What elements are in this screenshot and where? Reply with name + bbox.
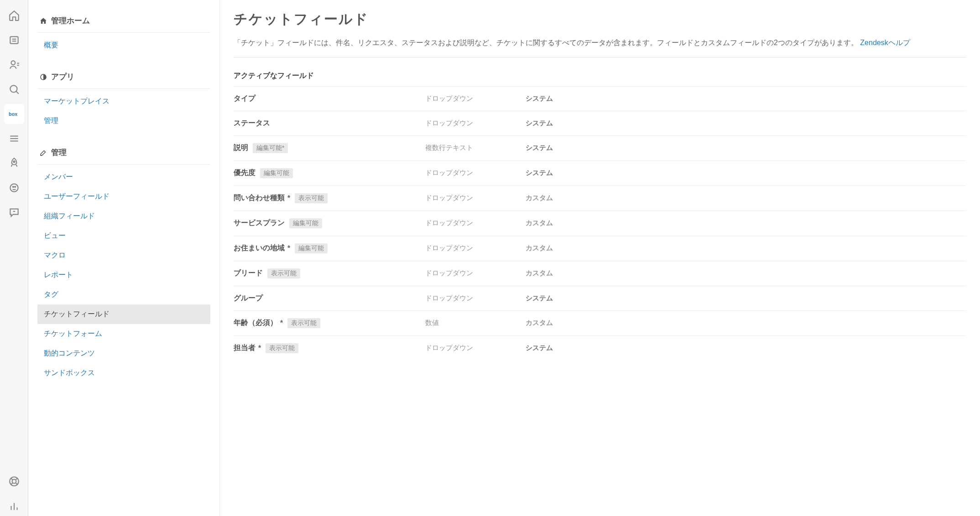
- apps-header[interactable]: アプリ: [37, 65, 210, 89]
- nav-manage-item[interactable]: レポート: [37, 265, 210, 285]
- chat-icon[interactable]: [4, 202, 24, 222]
- field-type-cell: ドロップダウン: [425, 169, 526, 177]
- svg-rect-0: [10, 36, 18, 43]
- field-source-cell: システム: [526, 294, 966, 303]
- nav-apps-item[interactable]: マーケットプレイス: [37, 92, 210, 111]
- field-type-cell: ドロップダウン: [425, 194, 526, 202]
- field-type-cell: ドロップダウン: [425, 219, 526, 227]
- help-link[interactable]: Zendeskヘルプ: [860, 39, 910, 46]
- nav-manage-item[interactable]: チケットフィールド: [37, 304, 210, 324]
- nav-manage-item[interactable]: 組織フィールド: [37, 206, 210, 226]
- field-name-label: タイプ: [234, 94, 255, 103]
- nav-apps-item[interactable]: 管理: [37, 111, 210, 131]
- svg-text:box: box: [9, 111, 17, 117]
- manage-nav-list: メンバーユーザーフィールド組織フィールドビューマクロレポートタグチケットフィール…: [37, 165, 210, 393]
- field-type-cell: ドロップダウン: [425, 94, 526, 103]
- field-name-label: グループ: [234, 294, 263, 303]
- field-row[interactable]: グループドロップダウンシステム: [234, 286, 966, 310]
- field-source-cell: システム: [526, 119, 966, 128]
- nav-manage-item[interactable]: 動的コンテンツ: [37, 344, 210, 363]
- field-name-label: 説明: [234, 143, 248, 153]
- field-row[interactable]: 説明編集可能*複数行テキストシステム: [234, 135, 966, 160]
- field-row[interactable]: ステータスドロップダウンシステム: [234, 111, 966, 135]
- field-source-cell: システム: [526, 94, 966, 103]
- field-row[interactable]: 問い合わせ種類 * 表示可能ドロップダウンカスタム: [234, 186, 966, 211]
- field-name-label: 問い合わせ種類: [234, 193, 285, 203]
- nav-manage-item[interactable]: サンドボックス: [37, 363, 210, 383]
- box-app-icon[interactable]: box: [4, 104, 24, 124]
- field-row[interactable]: お住まいの地域 * 編集可能ドロップダウンカスタム: [234, 236, 966, 261]
- field-type-cell: ドロップダウン: [425, 294, 526, 303]
- apps-nav-list: マーケットプレイス管理: [37, 89, 210, 141]
- nav-manage-item[interactable]: チケットフォーム: [37, 324, 210, 344]
- views-icon[interactable]: [4, 30, 24, 50]
- field-name-label: 年齢（必須）: [234, 318, 277, 328]
- svg-point-3: [11, 61, 15, 65]
- field-badge: 表示可能: [267, 268, 300, 279]
- field-badge: 表示可能: [295, 193, 328, 203]
- field-type-cell: ドロップダウン: [425, 269, 526, 278]
- field-row[interactable]: 年齢（必須） * 表示可能数値カスタム: [234, 310, 966, 335]
- field-source-cell: カスタム: [526, 244, 966, 253]
- manage-header-label: 管理: [51, 147, 67, 158]
- nav-manage-item[interactable]: メンバー: [37, 167, 210, 187]
- active-fields-header: アクティブなフィールド: [234, 62, 966, 86]
- contrast-icon: [39, 73, 47, 81]
- svg-point-18: [12, 480, 16, 484]
- field-row[interactable]: タイプドロップダウンシステム: [234, 86, 966, 111]
- svg-point-12: [13, 161, 15, 162]
- field-badge: 編集可能: [260, 168, 293, 178]
- nav-manage-item[interactable]: ユーザーフィールド: [37, 187, 210, 206]
- field-name-cell: グループ: [234, 294, 425, 303]
- field-name-cell: ブリード表示可能: [234, 268, 425, 279]
- reports-icon[interactable]: [4, 496, 24, 516]
- field-name-label: 優先度: [234, 168, 255, 178]
- required-marker: *: [287, 194, 290, 202]
- field-source-cell: カスタム: [526, 319, 966, 327]
- field-table: タイプドロップダウンシステムステータスドロップダウンシステム説明編集可能*複数行…: [234, 86, 966, 361]
- field-name-cell: 担当者 * 表示可能: [234, 343, 425, 353]
- field-name-cell: ステータス: [234, 119, 425, 128]
- nav-manage-item[interactable]: タグ: [37, 285, 210, 304]
- svg-line-21: [10, 483, 12, 485]
- field-type-cell: ドロップダウン: [425, 244, 526, 253]
- edit-icon: [39, 149, 47, 157]
- admin-home-label: 管理ホーム: [51, 15, 90, 26]
- field-name-cell: サービスプラン編集可能: [234, 218, 425, 228]
- admin-sidebar: 管理ホーム 概要 アプリ マーケットプレイス管理 管理 メンバーユーザーフィール…: [28, 0, 220, 516]
- field-name-label: お住まいの地域: [234, 243, 285, 253]
- field-source-cell: システム: [526, 144, 966, 152]
- field-source-cell: カスタム: [526, 219, 966, 227]
- svg-point-6: [10, 85, 17, 92]
- field-row[interactable]: サービスプラン編集可能ドロップダウンカスタム: [234, 211, 966, 236]
- required-marker: *: [287, 244, 290, 253]
- menu-icon[interactable]: [4, 129, 24, 149]
- desc-text: 「チケット」フィールドには、件名、リクエスタ、ステータスおよび説明など、チケット…: [234, 39, 860, 46]
- help-icon[interactable]: [4, 471, 24, 491]
- nav-manage-item[interactable]: マクロ: [37, 246, 210, 265]
- field-name-cell: 問い合わせ種類 * 表示可能: [234, 193, 425, 203]
- nav-manage-item[interactable]: ビュー: [37, 226, 210, 246]
- field-type-cell: ドロップダウン: [425, 344, 526, 352]
- field-type-cell: 数値: [425, 319, 526, 327]
- field-name-cell: 年齢（必須） * 表示可能: [234, 318, 425, 328]
- manage-header[interactable]: 管理: [37, 141, 210, 165]
- home-icon[interactable]: [4, 5, 24, 26]
- main-content: チケットフィールド 「チケット」フィールドには、件名、リクエスタ、ステータスおよ…: [220, 0, 980, 516]
- field-row[interactable]: ブリード表示可能ドロップダウンカスタム: [234, 261, 966, 286]
- field-name-cell: お住まいの地域 * 編集可能: [234, 243, 425, 253]
- svg-point-14: [12, 186, 13, 187]
- field-type-cell: 複数行テキスト: [425, 144, 526, 152]
- field-badge: 編集可能: [295, 243, 328, 253]
- field-row[interactable]: 担当者 * 表示可能ドロップダウンシステム: [234, 335, 966, 361]
- field-name-cell: タイプ: [234, 94, 425, 103]
- mailchimp-icon[interactable]: [4, 178, 24, 198]
- page-description: 「チケット」フィールドには、件名、リクエスタ、ステータスおよび説明など、チケット…: [234, 37, 966, 57]
- rocket-icon[interactable]: [4, 153, 24, 173]
- field-name-label: 担当者: [234, 343, 255, 353]
- nav-overview[interactable]: 概要: [37, 36, 210, 55]
- admin-home-header[interactable]: 管理ホーム: [37, 9, 210, 33]
- customers-icon[interactable]: [4, 55, 24, 75]
- field-row[interactable]: 優先度編集可能ドロップダウンシステム: [234, 160, 966, 186]
- search-icon[interactable]: [4, 79, 24, 99]
